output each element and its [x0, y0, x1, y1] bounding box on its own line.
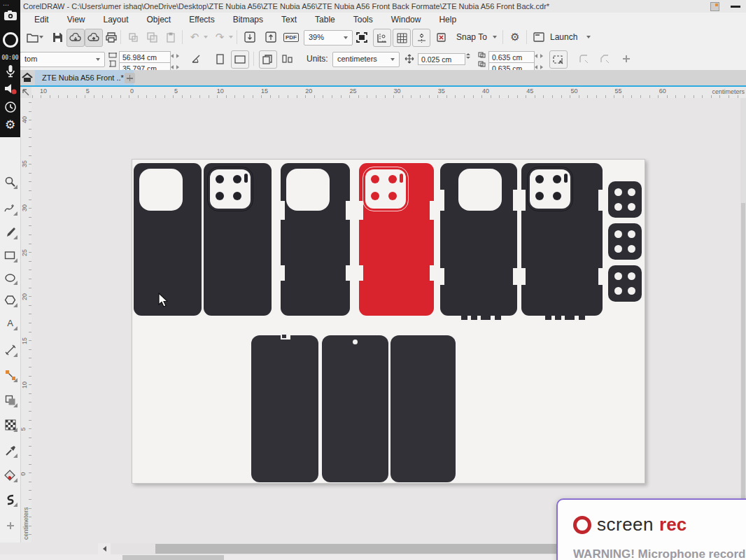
- drag-handle-icon[interactable]: ⋯: [3, 1, 10, 8]
- chamfer-button[interactable]: [596, 50, 613, 67]
- menu-edit[interactable]: Edit: [25, 13, 58, 27]
- duplicate-x-field[interactable]: 0.635 cm: [488, 51, 535, 63]
- show-guidelines-button[interactable]: [412, 29, 430, 47]
- welcome-home-button[interactable]: [21, 71, 34, 84]
- options-button[interactable]: [507, 29, 523, 46]
- phone-front-skin-1[interactable]: [251, 335, 318, 482]
- phone-back-skin-4[interactable]: [359, 163, 434, 316]
- page-height-spinner[interactable]: [171, 65, 179, 69]
- portrait-button[interactable]: [211, 50, 228, 67]
- vertical-scrollbar[interactable]: [740, 98, 746, 542]
- fillet-button[interactable]: [575, 50, 592, 67]
- treat-as-filled-button[interactable]: [549, 50, 568, 69]
- text-tool[interactable]: A: [2, 315, 18, 331]
- customize-toolbar-button[interactable]: [621, 54, 631, 64]
- page-angle-button[interactable]: [188, 50, 204, 67]
- launch-label[interactable]: Launch: [550, 32, 577, 42]
- phone-front-skin-2[interactable]: [322, 335, 388, 482]
- camera-lens-piece-1[interactable]: [608, 181, 642, 218]
- rectangle-tool[interactable]: [2, 247, 18, 263]
- add-tools-button[interactable]: [6, 521, 15, 531]
- menu-text[interactable]: Text: [272, 13, 306, 27]
- ellipse-tool[interactable]: [2, 270, 18, 286]
- import-button[interactable]: [241, 29, 258, 46]
- zoom-level-combo[interactable]: 39%: [304, 30, 353, 46]
- snap-off-button[interactable]: [434, 29, 451, 46]
- screenshot-button[interactable]: [0, 10, 20, 21]
- all-pages-button[interactable]: [259, 50, 277, 69]
- menu-table[interactable]: Table: [306, 13, 344, 27]
- duplicate-y-spinner[interactable]: [535, 65, 543, 69]
- new-document-button[interactable]: [24, 29, 41, 46]
- record-button[interactable]: [0, 31, 20, 49]
- snap-to-caret[interactable]: [493, 36, 497, 38]
- show-grid-button[interactable]: [393, 29, 411, 47]
- menu-help[interactable]: Help: [430, 13, 465, 27]
- redo-button[interactable]: [211, 29, 228, 46]
- copy-button[interactable]: [143, 29, 160, 46]
- pattern-fill-tool[interactable]: [2, 416, 18, 433]
- page-preset-combo[interactable]: tom: [20, 52, 105, 67]
- launch-button[interactable]: [530, 29, 547, 46]
- snap-to-label[interactable]: Snap To: [456, 32, 487, 42]
- menu-effects[interactable]: Effects: [180, 13, 223, 27]
- vertical-ruler[interactable]: centimeters 4035302520151050: [20, 98, 31, 542]
- vertical-scrollbar-thumb[interactable]: [741, 203, 745, 539]
- page-width-spinner[interactable]: [171, 54, 179, 58]
- menu-object[interactable]: Object: [138, 13, 181, 27]
- ruler-origin-corner[interactable]: [20, 87, 31, 98]
- menu-window[interactable]: Window: [382, 13, 430, 27]
- menu-layout[interactable]: Layout: [94, 13, 137, 27]
- fullscreen-button[interactable]: [353, 29, 370, 46]
- smear-tool[interactable]: [2, 491, 18, 507]
- document-page[interactable]: [132, 159, 645, 484]
- print-button[interactable]: [103, 29, 120, 46]
- shadow-tool[interactable]: [2, 392, 18, 408]
- publish-pdf-button[interactable]: PDF: [283, 29, 300, 46]
- phone-back-skin-3[interactable]: [281, 163, 350, 316]
- cloud-open-button[interactable]: [66, 29, 85, 47]
- new-dropdown-caret[interactable]: [39, 36, 43, 38]
- polygon-tool[interactable]: [2, 292, 18, 308]
- page-width-field[interactable]: 56.984 cm: [119, 51, 171, 63]
- microphone-button[interactable]: [0, 64, 20, 78]
- zoom-tool[interactable]: [2, 174, 18, 190]
- facing-pages-button[interactable]: [279, 50, 295, 67]
- window-minimize-icon[interactable]: [731, 6, 740, 8]
- freehand-tool[interactable]: [2, 200, 18, 216]
- landscape-button[interactable]: [231, 50, 249, 69]
- speaker-button[interactable]: [0, 83, 20, 95]
- paste-button[interactable]: [162, 29, 179, 46]
- dimension-tool[interactable]: [2, 342, 18, 358]
- show-rulers-button[interactable]: [373, 29, 391, 47]
- phone-front-skin-3[interactable]: [390, 335, 456, 482]
- nudge-spinner[interactable]: [466, 53, 470, 59]
- cut-button[interactable]: [125, 29, 141, 46]
- phone-back-skin-6[interactable]: [521, 163, 603, 316]
- camera-lens-piece-3[interactable]: [608, 265, 642, 302]
- undo-dropdown-caret[interactable]: [204, 36, 208, 38]
- recorder-settings-button[interactable]: [0, 118, 20, 132]
- save-button[interactable]: [49, 29, 66, 46]
- new-tab-button[interactable]: [125, 73, 135, 83]
- drawing-workspace[interactable]: [31, 98, 740, 542]
- smart-fill-tool[interactable]: [2, 467, 18, 483]
- menu-bitmaps[interactable]: Bitmaps: [224, 13, 272, 27]
- artistic-media-tool[interactable]: [2, 224, 18, 240]
- window-restore-icon[interactable]: [710, 2, 719, 11]
- horizontal-ruler[interactable]: centimeters 105051015202530354045505560: [20, 87, 746, 98]
- camera-lens-piece-2[interactable]: [608, 223, 642, 260]
- history-button[interactable]: [0, 101, 20, 113]
- nudge-field[interactable]: 0.025 cm: [418, 53, 465, 65]
- duplicate-x-spinner[interactable]: [535, 54, 543, 58]
- scroll-left-button[interactable]: [98, 543, 111, 554]
- document-tab[interactable]: ZTE Nubia A56 Front ..*: [35, 70, 134, 85]
- undo-button[interactable]: [186, 29, 203, 46]
- phone-back-skin-5[interactable]: [440, 163, 517, 316]
- cloud-save-button[interactable]: [85, 29, 103, 47]
- menu-tools[interactable]: Tools: [344, 13, 382, 27]
- connector-tool[interactable]: [2, 367, 18, 383]
- export-button[interactable]: [262, 29, 279, 46]
- eyedropper-tool[interactable]: [2, 442, 18, 458]
- redo-dropdown-caret[interactable]: [229, 36, 233, 38]
